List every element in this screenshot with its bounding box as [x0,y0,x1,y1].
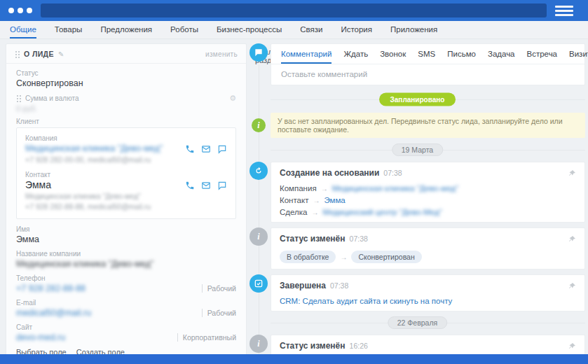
site-field: Сайт devo-med.ru Корпоративный [16,323,236,342]
field-label: Статус [16,69,236,77]
arrow-icon: → [321,185,328,192]
timeline-entry-created-from: Создание на основании 07:38 Компания → М… [249,162,585,223]
entry-title: Статус изменён [280,341,346,351]
field-label: Сумма и валюта [25,94,78,102]
window-controls[interactable] [8,8,32,13]
browser-chrome [0,0,588,21]
select-field-link[interactable]: Выбрать поле [16,348,67,354]
window-dot[interactable] [8,8,14,13]
tab-zhdat[interactable]: Ждать [343,50,368,64]
email-icon[interactable] [201,144,211,154]
phone-type: Рабочий [202,284,236,293]
notice-row: i У вас нет запланированных дел. Передви… [249,113,585,138]
activity-composer: Комментарий Ждать Звонок SMS Письмо Зада… [271,43,585,85]
task-link[interactable]: CRM: Сделать аудит сайта и скинуть на по… [280,297,452,305]
gear-icon[interactable]: ⚙ [229,94,236,103]
composer-row: Комментарий Ждать Звонок SMS Письмо Зада… [249,43,585,85]
field-label: Контакт [25,171,185,178]
contact-contacts: +7 928 282-88-88, medical50@mail.ru [25,202,185,211]
tab-predlozheniya[interactable]: Предложения [100,25,152,38]
name-value[interactable]: Эмма [16,234,236,244]
field-label: Телефон [16,274,236,282]
email-type: Рабочий [202,309,236,317]
field-label: Сайт [16,323,236,331]
pin-icon[interactable] [568,341,576,354]
timeline-panel: Комментарий Ждать Звонок SMS Письмо Зада… [249,43,585,354]
tab-tovary[interactable]: Товары [55,25,83,38]
window-dot[interactable] [27,8,32,13]
client-card: Компания Медицинская клиника "Дево-мед" … [16,127,236,219]
pin-icon[interactable] [568,281,576,293]
date-divider: 22 Февраля [249,316,585,329]
tab-svyazi[interactable]: Связи [300,25,322,38]
tab-vizit[interactable]: Визит [569,50,588,64]
edit-link[interactable]: изменить [205,50,238,58]
email-field: E-mail medical50@mail.ru Рабочий [16,299,236,318]
status-value[interactable]: Сконвертирован [16,78,236,88]
pin-icon[interactable] [568,234,576,246]
no-planned-notice: У вас нет запланированных дел. Передвинь… [271,113,585,138]
field-label: Название компании [16,250,236,258]
entry-row-link[interactable]: Медицинский центр "Дево-Мед" [322,208,442,216]
entry-row-link[interactable]: Медицинская клиника "Дево-мед" [332,184,458,192]
company-name-value[interactable]: Медицинская клиника "Дево-мед" [16,259,236,269]
timeline-entry-task-completed: Завершена 07:38 CRM: Сделать аудит сайта… [249,274,585,312]
amount-value[interactable]: 0 руб. [16,104,236,113]
date-divider: 19 Марта [249,144,585,156]
company-link[interactable]: Медицинская клиника "Дево-мед" [25,144,185,154]
entry-row-link[interactable]: Эмма [324,196,345,204]
task-check-icon [249,274,268,293]
info-icon: i [249,335,268,353]
info-icon: i [252,118,266,132]
planned-badge[interactable]: Запланировано [379,93,456,106]
email-icon[interactable] [201,181,211,190]
status-chip: Сконвертирован [351,251,421,263]
phone-field: Телефон +7 928 282-88-88 Рабочий [16,274,236,293]
entry-row-label: Сделка [280,208,307,216]
phone-value[interactable]: +7 928 282-88-88 [16,284,86,293]
company-block: Компания Медицинская клиника "Дево-мед" … [25,134,227,164]
chat-icon[interactable] [217,181,227,190]
timeline-entry-status-changed: i Статус изменён 16:26 Уточнение информа… [249,335,585,354]
entry-time: 16:26 [350,342,368,350]
arrow-icon: → [313,197,320,204]
tab-obshchie[interactable]: Общие [10,25,36,38]
contact-name[interactable]: Эмма [25,180,185,190]
status-chip: В обработке [280,251,336,263]
address-bar[interactable] [41,4,547,18]
entry-time: 07:38 [330,281,348,290]
company-name-field: Название компании Медицинская клиника "Д… [16,250,236,269]
tab-zadacha[interactable]: Задача [488,50,515,64]
hamburger-menu-icon[interactable] [555,6,573,16]
pencil-icon[interactable]: ✎ [58,50,64,58]
tab-istoriya[interactable]: История [341,25,372,38]
crm-lead-window: Общие Товары Предложения Роботы Бизнес-п… [0,0,588,364]
planned-divider: Запланировано [249,90,585,108]
field-label: E-mail [16,299,236,307]
drag-handle-icon[interactable] [16,94,21,102]
tab-pismo[interactable]: Письмо [447,50,476,64]
lead-details-panel: О ЛИДЕ ✎ изменить Статус Сконвертирован … [6,43,247,354]
status-field: Статус Сконвертирован [16,69,236,88]
chat-icon[interactable] [217,144,227,154]
tab-kommentariy[interactable]: Комментарий [281,50,331,64]
comment-input[interactable] [271,64,584,85]
email-value[interactable]: medical50@mail.ru [16,308,91,318]
tab-prilozheniya[interactable]: Приложения [390,25,437,38]
pin-icon[interactable] [568,168,576,181]
window-dot[interactable] [18,8,23,13]
field-label: Имя [16,225,236,233]
entry-title: Создание на основании [280,168,379,178]
tab-vstrecha[interactable]: Встреча [527,50,557,64]
tab-biznes-processy[interactable]: Бизнес-процессы [217,25,282,38]
site-value[interactable]: devo-med.ru [16,332,65,342]
tab-zvonok[interactable]: Звонок [380,50,406,64]
tab-sms[interactable]: SMS [418,50,435,64]
tab-roboty[interactable]: Роботы [170,25,198,38]
timeline-entry-status-changed: i Статус изменён 07:38 В обработке → Ско… [249,227,585,270]
phone-icon[interactable] [185,144,195,154]
composer-tabs: Комментарий Ждать Звонок SMS Письмо Зада… [271,44,584,64]
create-field-link[interactable]: Создать поле [76,348,125,354]
drag-handle-icon[interactable] [15,50,20,58]
phone-icon[interactable] [185,181,195,190]
